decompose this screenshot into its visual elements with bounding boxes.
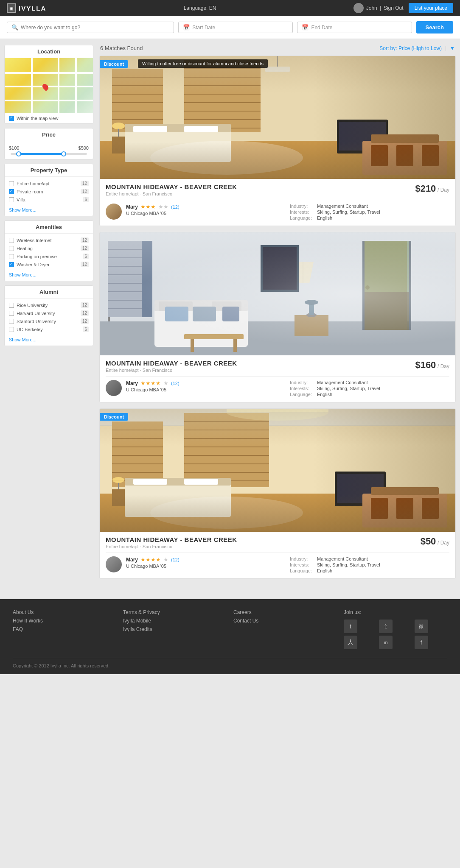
footer-link-credits[interactable]: Ivylla Credits bbox=[123, 626, 227, 632]
start-date-wrap[interactable]: 📅 Start Date bbox=[178, 22, 293, 33]
footer-col-2: Terms & Privacy Ivylla Mobile Ivylla Cre… bbox=[123, 609, 227, 649]
alumni-checkbox-1[interactable] bbox=[9, 311, 14, 316]
svg-rect-110 bbox=[422, 498, 439, 519]
search-input-wrap[interactable]: 🔍 bbox=[7, 22, 174, 33]
listing-price-unit-0: / Day bbox=[438, 187, 449, 193]
property-checkbox-2[interactable] bbox=[9, 197, 14, 202]
host-school-1: U Chicago MBA '05 bbox=[126, 387, 286, 392]
alumni-show-more[interactable]: Show More... bbox=[5, 336, 93, 346]
footer-col-4: Join us: t 𝕥 微 人 in f bbox=[344, 609, 447, 649]
svg-rect-0 bbox=[100, 56, 455, 179]
svg-rect-56 bbox=[193, 307, 216, 321]
discount-badge-0: Discount bbox=[100, 60, 128, 68]
svg-rect-58 bbox=[184, 334, 244, 339]
map-checkbox[interactable] bbox=[9, 116, 14, 121]
amenity-count-2: 6 bbox=[83, 254, 89, 259]
host-detail-row: Industry: Management Consultant bbox=[290, 380, 449, 385]
social-icon-renren[interactable]: 人 bbox=[344, 636, 357, 649]
footer-link-terms[interactable]: Terms & Privacy bbox=[123, 609, 227, 615]
host-detail-row: Language: English bbox=[290, 392, 449, 397]
footer-link-about[interactable]: About Us bbox=[13, 609, 116, 615]
svg-rect-57 bbox=[222, 307, 239, 321]
amenity-checkbox-1[interactable] bbox=[9, 246, 14, 251]
social-icon-twitter[interactable]: 𝕥 bbox=[379, 620, 393, 633]
footer-link-careers[interactable]: Careers bbox=[233, 609, 337, 615]
sort-divider: | bbox=[445, 45, 446, 51]
alumni-checkbox-2[interactable] bbox=[9, 319, 14, 324]
stars-1: ★★★★ bbox=[140, 380, 161, 386]
listing-card-1[interactable]: MOUNTAIN HIDEAWAY - BEAVER CREEK Entire … bbox=[99, 232, 456, 402]
alumni-checkbox-3[interactable] bbox=[9, 327, 14, 332]
host-info-0: Mary ★★★★★ (12) U Chicago MBA '05 bbox=[126, 204, 286, 216]
property-checkbox-1[interactable] bbox=[9, 189, 14, 194]
social-icon-facebook[interactable]: f bbox=[415, 636, 428, 649]
alumni-list: Rice University 12 Harvard University 12… bbox=[5, 299, 93, 336]
amenity-checkbox-0[interactable] bbox=[9, 238, 14, 243]
location-title: Location bbox=[5, 45, 93, 58]
svg-rect-71 bbox=[295, 315, 328, 336]
property-show-more[interactable]: Show More... bbox=[5, 206, 93, 216]
search-input[interactable] bbox=[21, 25, 169, 31]
svg-rect-111 bbox=[227, 409, 328, 412]
host-avatar-0 bbox=[106, 204, 122, 220]
svg-rect-88 bbox=[184, 413, 269, 487]
search-button[interactable]: Search bbox=[416, 21, 453, 33]
price-slider-section: $100 $500 bbox=[5, 141, 93, 159]
footer-link-mobile[interactable]: Ivylla Mobile bbox=[123, 618, 227, 624]
price-section: Price $100 $500 bbox=[4, 128, 93, 159]
main-layout: Location Within the map view Price bbox=[0, 39, 460, 591]
price-slider-thumb-right[interactable] bbox=[61, 151, 66, 156]
host-detail-row: Interests: Skiing, Surfing, Startup, Tra… bbox=[290, 209, 449, 215]
social-icon-tumblr[interactable]: t bbox=[344, 620, 357, 633]
host-info-2: Mary ★★★★★ (12) U Chicago MBA '05 bbox=[126, 556, 286, 569]
social-icon-weibo[interactable]: 微 bbox=[415, 620, 428, 633]
amenities-list: Wireless Internet 12 Heating 12 Parking … bbox=[5, 234, 93, 271]
price-min: $100 bbox=[9, 145, 19, 151]
header: ▣ IVYLLA Language: EN John | Sign Out Li… bbox=[0, 0, 460, 16]
host-details-2: Industry: Management Consultant Interest… bbox=[290, 556, 449, 574]
end-date-wrap[interactable]: 📅 End Date bbox=[297, 22, 412, 33]
amenity-label-1: Heating bbox=[17, 246, 33, 251]
results-header: 6 Matches Found Sort by: Price (High to … bbox=[99, 45, 456, 51]
review-count-2: (12) bbox=[171, 557, 180, 562]
amenity-label-2: Parking on premise bbox=[17, 254, 57, 259]
listing-card-2[interactable]: Discount bbox=[99, 408, 456, 579]
host-details-0: Industry: Management Consultant Interest… bbox=[290, 204, 449, 221]
social-icon-linkedin[interactable]: in bbox=[379, 636, 393, 649]
sort-by[interactable]: Sort by: Price (High to Low) | ▼ bbox=[379, 45, 455, 51]
price-slider-thumb-left[interactable] bbox=[16, 151, 21, 156]
property-count-0: 12 bbox=[81, 181, 89, 186]
listing-subtitle-2: Entire home/apt · San Francisco bbox=[106, 544, 237, 549]
alumni-label-0: Rice University bbox=[17, 303, 48, 308]
amenity-checkbox-2[interactable] bbox=[9, 254, 14, 259]
sign-out-link[interactable]: Sign Out bbox=[384, 5, 404, 11]
industry-value-2: Management Consultant bbox=[317, 556, 368, 561]
svg-rect-37 bbox=[100, 232, 455, 355]
alumni-checkbox-0[interactable] bbox=[9, 303, 14, 308]
footer-link-faq[interactable]: FAQ bbox=[13, 626, 116, 632]
property-label-2: Villa bbox=[17, 197, 25, 202]
amenities-show-more[interactable]: Show More... bbox=[5, 271, 93, 281]
price-slider-track[interactable] bbox=[11, 153, 87, 155]
map-placeholder[interactable] bbox=[5, 58, 93, 113]
interests-value-0: Skiing, Surfing, Startup, Travel bbox=[317, 209, 380, 215]
footer: About Us How It Works FAQ Terms & Privac… bbox=[0, 599, 460, 674]
price-slider-fill bbox=[18, 153, 64, 155]
list-your-place-button[interactable]: List your place bbox=[409, 3, 453, 13]
listing-title-1: MOUNTAIN HIDEAWAY - BEAVER CREEK bbox=[106, 360, 237, 367]
property-label-1: Private room bbox=[17, 189, 43, 194]
footer-link-contact[interactable]: Contact Us bbox=[233, 618, 337, 624]
property-count-2: 6 bbox=[83, 197, 89, 202]
host-detail-row: Industry: Management Consultant bbox=[290, 556, 449, 561]
svg-point-74 bbox=[305, 300, 318, 305]
svg-rect-107 bbox=[371, 487, 439, 495]
property-checkbox-0[interactable] bbox=[9, 181, 14, 186]
listing-card-0[interactable]: Discount Willing to offer free or discou… bbox=[99, 56, 456, 226]
footer-link-how[interactable]: How It Works bbox=[13, 618, 116, 624]
amenity-checkbox-3[interactable] bbox=[9, 262, 14, 267]
interests-label-1: Interests: bbox=[290, 386, 314, 391]
filter-item: Wireless Internet 12 bbox=[8, 236, 90, 244]
listing-price-unit-2: / Day bbox=[438, 540, 449, 546]
half-star-2: ★ bbox=[163, 556, 168, 563]
language-label: Language: EN bbox=[184, 5, 216, 11]
